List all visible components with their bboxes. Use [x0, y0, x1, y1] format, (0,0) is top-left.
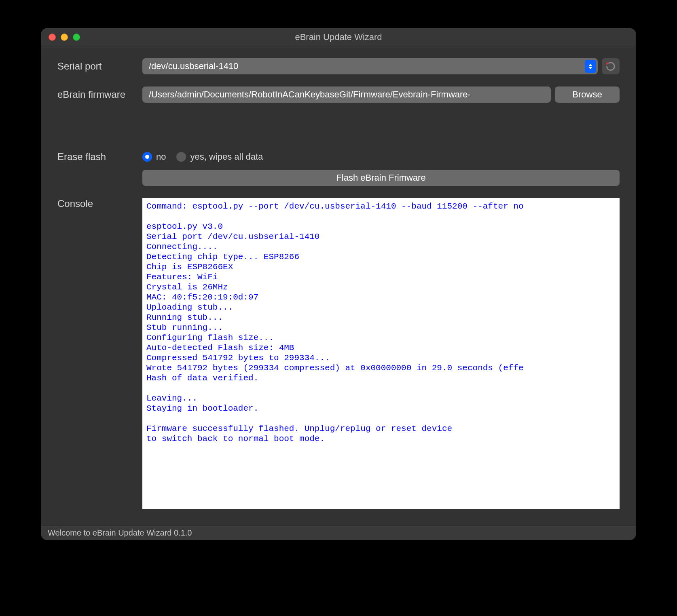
erase-flash-label: Erase flash: [57, 151, 142, 162]
close-icon[interactable]: [49, 34, 56, 41]
app-window: eBrain Update Wizard Serial port /dev/cu…: [41, 28, 636, 540]
refresh-button[interactable]: [602, 58, 620, 74]
serial-port-value: /dev/cu.usbserial-1410: [149, 61, 585, 72]
minimize-icon[interactable]: [61, 34, 68, 41]
firmware-path-value: /Users/admin/Documents/RobotInACanKeybas…: [149, 89, 471, 100]
console-row: Console Command: esptool.py --port /dev/…: [57, 198, 620, 509]
firmware-path-input[interactable]: /Users/admin/Documents/RobotInACanKeybas…: [142, 86, 551, 103]
erase-yes-label: yes, wipes all data: [190, 152, 263, 162]
svg-marker-0: [607, 62, 609, 65]
flash-button[interactable]: Flash eBrain Frimware: [142, 170, 620, 186]
select-arrows-icon: [585, 60, 596, 73]
statusbar: Welcome to eBrain Update Wizard 0.1.0: [41, 525, 636, 540]
zoom-icon[interactable]: [73, 34, 80, 41]
erase-flash-row: Erase flash no yes, wipes all data: [57, 151, 620, 162]
radio-icon: [142, 152, 152, 162]
firmware-row: eBrain firmware /Users/admin/Documents/R…: [57, 86, 620, 103]
window-title: eBrain Update Wizard: [41, 32, 636, 42]
serial-port-row: Serial port /dev/cu.usbserial-1410: [57, 58, 620, 74]
console-output[interactable]: Command: esptool.py --port /dev/cu.usbse…: [142, 198, 620, 509]
firmware-label: eBrain firmware: [57, 89, 142, 100]
flash-button-row: Flash eBrain Frimware: [57, 170, 620, 186]
titlebar: eBrain Update Wizard: [41, 28, 636, 46]
serial-port-label: Serial port: [57, 61, 142, 72]
erase-radio-group: no yes, wipes all data: [142, 152, 263, 162]
console-label: Console: [57, 198, 142, 209]
erase-yes-option[interactable]: yes, wipes all data: [176, 152, 263, 162]
serial-port-select[interactable]: /dev/cu.usbserial-1410: [142, 58, 598, 74]
erase-no-option[interactable]: no: [142, 152, 166, 162]
refresh-icon: [605, 61, 616, 72]
erase-no-label: no: [156, 152, 166, 162]
browse-button[interactable]: Browse: [555, 86, 620, 103]
radio-icon: [176, 152, 186, 162]
status-text: Welcome to eBrain Update Wizard 0.1.0: [48, 528, 192, 538]
traffic-lights: [41, 34, 80, 41]
content-area: Serial port /dev/cu.usbserial-1410: [41, 46, 636, 525]
